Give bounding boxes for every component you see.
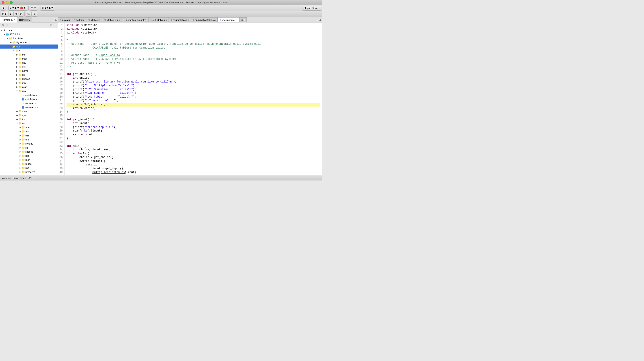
tree-item-proc[interactable]: 📁proc xyxy=(0,85,58,89)
line-num-1: 1 xyxy=(59,23,63,27)
tree-item-preserve[interactable]: 📁preserve xyxy=(0,170,58,174)
tab-makefile-label: Makefile xyxy=(91,19,100,21)
sidebar-collapse-btn[interactable]: ≡ xyxy=(53,23,57,27)
line-num-21: 21 xyxy=(59,99,63,103)
tree-icon-folder: 📁 xyxy=(18,69,22,72)
tree-icon-computer: 🖥 xyxy=(3,29,6,32)
tree-item-pkg[interactable]: 📁pkg xyxy=(0,166,58,170)
tree-item-my_home[interactable]: 📁My Home xyxy=(0,41,58,45)
tree-item-libexec[interactable]: 📁libexec xyxy=(0,77,58,81)
tree-item-libexec[interactable]: 📁libexec xyxy=(0,150,58,154)
tree-item-127_0_0_1[interactable]: 🌐127.0.0.1 xyxy=(0,32,58,37)
tree-item-etc[interactable]: 📁etc xyxy=(0,138,58,142)
editor-max-icon[interactable]: □ xyxy=(319,19,321,21)
sidebar-filter-btn[interactable]: ▽ xyxy=(48,23,52,27)
line-num-5: 5 xyxy=(59,39,63,42)
editor-min-icon[interactable]: — xyxy=(316,19,318,21)
line-num-13: 13 xyxy=(59,69,63,73)
tab-cubictables[interactable]: c cubictables.c xyxy=(148,17,169,22)
tree-item-ast[interactable]: 📁ast xyxy=(0,130,58,134)
tree-item-man[interactable]: 📁man xyxy=(0,158,58,162)
tree-item-lib[interactable]: 📁lib xyxy=(0,73,58,77)
line-num-2: 2 xyxy=(59,27,63,31)
sidebar-tab-close-icon[interactable]: ✕ xyxy=(14,19,15,21)
tree-item-etc[interactable]: 📁etc xyxy=(0,65,58,69)
line-num-7: 7 xyxy=(59,46,63,50)
tab-squaretables[interactable]: c squaretables.c xyxy=(169,17,191,22)
tree-item-boot[interactable]: 📁boot xyxy=(0,57,58,61)
tab-proto-h-icon: h xyxy=(60,19,61,21)
tree-item-usermenu[interactable]: ▪usermenu xyxy=(0,101,58,105)
tab-summationtables[interactable]: c summationtables.c xyxy=(191,17,218,22)
toolbar2-btn4[interactable]: ⟳ xyxy=(19,12,23,17)
code-content[interactable]: #include <unistd.h>#include <stdlib.h>#i… xyxy=(65,23,322,175)
tree-item-log[interactable]: 📁log xyxy=(0,154,58,158)
tab-proto-h-label: proto.h xyxy=(62,19,70,21)
sidebar-tab-remote-1[interactable]: Remote S ✕ xyxy=(0,17,17,23)
code-line-40: multiplicationtables(input); xyxy=(66,171,320,174)
tree-item-local[interactable]: 🖥Local xyxy=(0,28,58,32)
tree-item-sbin[interactable]: 📁sbin xyxy=(0,109,58,113)
tree-item-calctables[interactable]: ▪calcTables xyxy=(0,93,58,97)
toolbar2-btn3[interactable]: ⊡ xyxy=(14,12,18,17)
tree-item-usr[interactable]: 📁usr xyxy=(0,121,58,125)
toolbar2-btn2[interactable]: ▶ xyxy=(8,12,13,17)
tree-item-bin[interactable]: 📁bin xyxy=(0,134,58,138)
line-num-20: 20 xyxy=(59,95,63,99)
minimize-button[interactable] xyxy=(6,1,8,4)
tree-icon-folder: 📁 xyxy=(22,158,25,161)
tree-item-usermenu_c[interactable]: cusermenu.c xyxy=(0,105,58,109)
tree-item-root[interactable]: 📁root xyxy=(0,89,58,93)
toolbar2-btn1[interactable]: ⊡▼ xyxy=(1,12,8,17)
back-button[interactable]: ◀ xyxy=(1,6,6,11)
tab-overflow[interactable]: >>>>55 xyxy=(239,17,247,22)
sidebar-minimize-icon[interactable]: — xyxy=(52,19,55,21)
tab-makefile-inc[interactable]: M Makefile.inc xyxy=(102,17,122,22)
tab-usermenu-c[interactable]: c usermenu.c ✕ xyxy=(218,17,239,22)
plugin-dev-button[interactable]: Plug-in Deve... xyxy=(302,6,321,11)
file-tree: 🖥Local🌐127.0.0.1📁Sftp Files📁My Home📁Root… xyxy=(0,28,58,175)
tree-item-adm[interactable]: 📁adm xyxy=(0,125,58,130)
tree-item-bin[interactable]: 📁bin xyxy=(0,53,58,57)
tab-usermenu-close-icon[interactable]: ✕ xyxy=(236,19,237,21)
sidebar-tab-remote-2[interactable]: Remote S xyxy=(17,17,32,23)
code-editor[interactable]: 1234567891011121314151617181920212223242… xyxy=(58,23,322,175)
tree-item-calctables_c[interactable]: ccalcTables.c xyxy=(0,97,58,101)
tree-item-mnt[interactable]: 📁mnt xyxy=(0,81,58,85)
tree-item-mdec[interactable]: 📁mdec xyxy=(0,162,58,166)
tree-item-run[interactable]: 📁run xyxy=(0,174,58,175)
tree-item-home[interactable]: 📁home xyxy=(0,69,58,73)
tree-item-dev[interactable]: 📁dev xyxy=(0,61,58,65)
line-num-18: 18 xyxy=(59,88,63,92)
tab-multiplicationtables[interactable]: ▪ multiplicationtables xyxy=(122,17,148,22)
sidebar-maximize-icon[interactable]: □ xyxy=(55,19,57,21)
tree-icon-folder: 📁 xyxy=(18,65,22,68)
toolbar2-btn5[interactable]: 🔍 xyxy=(26,12,32,17)
window-title: Remote System Explorer - RemoteSystemsTe… xyxy=(95,1,227,4)
tab-makefile[interactable]: M Makefile xyxy=(86,17,102,22)
line-num-10: 10 xyxy=(59,57,63,61)
maximize-button[interactable] xyxy=(10,1,12,4)
toolbar-run[interactable]: ★▼ ▶▼ 🔴▼ xyxy=(8,6,27,11)
tab-proto-h[interactable]: h proto.h xyxy=(58,17,72,22)
toolbar-edit[interactable]: ✏ ✂ xyxy=(30,6,37,11)
tab-callnr-h[interactable]: h callnr.h xyxy=(72,17,86,22)
tree-item-lib[interactable]: 📁lib xyxy=(0,146,58,150)
toolbar-nav[interactable]: ⊞ ◀▼ ▶▼ xyxy=(40,6,55,11)
tree-item-include[interactable]: 📁include xyxy=(0,142,58,146)
toolbar2-btn6[interactable]: ⚙ xyxy=(32,12,37,17)
close-button[interactable] xyxy=(2,1,4,4)
line-num-31: 31 xyxy=(59,137,63,141)
tree-item-sftp_files[interactable]: 📁Sftp Files xyxy=(0,37,58,41)
tree-item-_[interactable]: 📁/ xyxy=(0,49,58,53)
tree-item-sys[interactable]: 📁sys xyxy=(0,113,58,117)
code-line-11: * Professor Name : Dr. Yurong Xu xyxy=(66,61,320,65)
tree-item-tmp[interactable]: 📁tmp xyxy=(0,117,58,121)
line-num-26: 26 xyxy=(59,118,63,122)
toolbar-separator-1 xyxy=(7,6,7,10)
sidebar-tab-remote-2-label: Remote S xyxy=(19,19,30,21)
line-num-34: 34 xyxy=(59,148,63,152)
sidebar-new-btn[interactable]: ⊕ xyxy=(1,23,5,27)
tree-item-root[interactable]: 📁Root xyxy=(0,45,58,49)
sidebar-connect-btn[interactable]: ⚡ xyxy=(5,23,9,27)
